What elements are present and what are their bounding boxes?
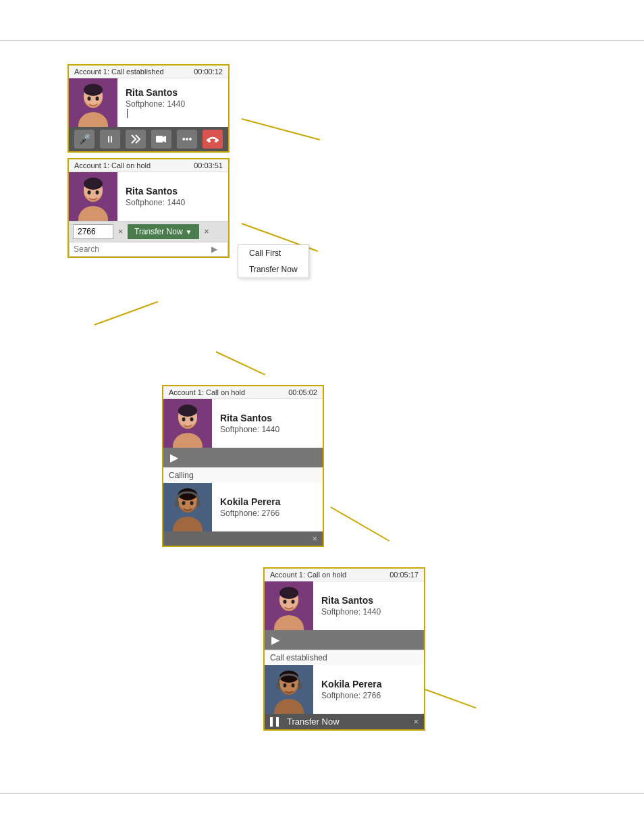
video-button[interactable] [151, 130, 171, 149]
play-icon-4[interactable]: ▶ [271, 633, 279, 646]
transfer-now-option[interactable]: Transfer Now [238, 261, 308, 278]
contact-row-kokila-3: Kokila Perera Softphone: 2766 [163, 483, 323, 531]
pause-bar-right [276, 717, 279, 727]
annotation-arrow-3 [95, 301, 159, 325]
card-header-1: Account 1: Call established 00:00:12 [69, 66, 228, 78]
close-bar-3: × [163, 531, 323, 546]
svg-rect-4 [84, 84, 103, 96]
pause-bar-left [270, 717, 273, 727]
bottom-divider [0, 793, 644, 793]
call-card-4: Account 1: Call on hold 00:05:17 Rita Sa… [263, 567, 425, 731]
svg-rect-22 [178, 405, 197, 417]
avatar-rita-1 [69, 78, 117, 127]
transfer-button[interactable] [126, 130, 146, 149]
transfer-number-input[interactable] [73, 224, 113, 239]
contact-info-2: Rita Santos Softphone: 1440 [117, 172, 193, 221]
pause-button-4[interactable] [270, 717, 279, 727]
contact-info-4: Rita Santos Softphone: 1440 [313, 581, 389, 630]
svg-rect-32 [175, 500, 179, 507]
svg-point-9 [208, 140, 211, 142]
call-first-option[interactable]: Call First [238, 245, 308, 261]
mic-button[interactable]: 🎤 [74, 130, 95, 149]
svg-rect-48 [276, 683, 280, 689]
search-input[interactable] [74, 244, 209, 254]
contact-info-1: Rita Santos Softphone: 1440 [117, 78, 193, 127]
transfer-clear-icon[interactable]: × [116, 227, 125, 236]
avatar-rita-2 [69, 172, 117, 221]
transfer-now-label-4[interactable]: Transfer Now [287, 716, 408, 727]
svg-point-30 [182, 501, 186, 505]
action-bar-1: 🎤 ⏸ ••• [69, 127, 228, 151]
section1-card: Account 1: Call established 00:00:12 Rit [68, 64, 230, 258]
contact-number-2: Softphone: 1440 [126, 198, 185, 207]
hold-button[interactable]: ⏸ [100, 130, 120, 149]
contact-name-1: Rita Santos [126, 87, 185, 98]
contact-row-4: Rita Santos Softphone: 1440 [265, 581, 424, 630]
annotation-arrow-6 [425, 689, 477, 708]
card-header-4: Account 1: Call on hold 00:05:17 [265, 569, 424, 581]
transfer-bar: × Transfer Now ▼ × [69, 221, 228, 242]
svg-rect-38 [279, 587, 298, 599]
contact-info-kokila-4: Kokila Perera Softphone: 2766 [313, 665, 390, 714]
account-status-1: Account 1: Call established [74, 68, 164, 76]
contact-row-2: Rita Santos Softphone: 1440 [69, 172, 228, 221]
avatar-rita-3 [163, 399, 212, 448]
play-icon[interactable]: ▶ [170, 451, 178, 464]
section2-wrapper: Account 1: Call on hold 00:03:51 [68, 158, 230, 258]
account-status-2: Account 1: Call on hold [74, 161, 151, 170]
play-bar-4: ▶ [265, 630, 424, 650]
svg-rect-15 [84, 178, 103, 190]
close-icon-3[interactable]: × [312, 533, 317, 544]
avatar-kokila-4 [265, 665, 313, 714]
svg-rect-49 [298, 683, 302, 689]
svg-point-6 [96, 97, 99, 101]
svg-marker-8 [163, 136, 166, 142]
contact-name-2: Rita Santos [126, 186, 185, 197]
search-bar: ▶ [69, 242, 228, 257]
transfer-dropdown-menu: Call First Transfer Now [238, 244, 309, 278]
cursor-bar [127, 109, 128, 118]
card-header-3: Account 1: Call on hold 00:05:02 [163, 386, 323, 399]
close-icon-4[interactable]: × [413, 716, 419, 727]
transfer-now-button[interactable]: Transfer Now ▼ [128, 224, 198, 239]
svg-point-17 [96, 190, 99, 194]
contact-number-kokila-4: Softphone: 2766 [321, 691, 382, 700]
account-status-4: Account 1: Call on hold [270, 571, 346, 579]
transfer-close-icon[interactable]: × [205, 227, 209, 236]
card-header-2: Account 1: Call on hold 00:03:51 [69, 159, 228, 172]
contact-row-1: Rita Santos Softphone: 1440 [69, 78, 228, 127]
svg-point-24 [190, 417, 194, 421]
svg-rect-33 [196, 500, 200, 507]
svg-point-23 [182, 417, 186, 421]
section3-card: Account 1: Call on hold 00:05:02 Rita Sa… [162, 385, 324, 547]
contact-name-4: Rita Santos [321, 595, 381, 606]
svg-point-5 [88, 97, 91, 101]
contact-number-kokila-3: Softphone: 2766 [220, 509, 281, 518]
annotation-arrow-1 [242, 118, 320, 140]
svg-point-47 [292, 683, 295, 687]
chevron-down-icon: ▼ [186, 228, 192, 236]
call-timer-4: 00:05:17 [390, 571, 419, 579]
contact-name-3: Rita Santos [220, 413, 279, 423]
contact-info-kokila-3: Kokila Perera Softphone: 2766 [212, 483, 289, 531]
avatar-kokila-3 [163, 483, 212, 531]
bottom-action-bar-4: Transfer Now × [265, 714, 424, 729]
call-established-label: Call established [265, 650, 424, 665]
svg-point-39 [284, 600, 287, 604]
transfer-now-label: Transfer Now [134, 227, 183, 236]
end-call-button[interactable] [203, 130, 223, 149]
svg-point-16 [88, 190, 91, 194]
svg-point-46 [284, 683, 287, 687]
contact-row-3: Rita Santos Softphone: 1440 [163, 399, 323, 448]
contact-name-kokila-3: Kokila Perera [220, 496, 281, 507]
call-timer-3: 00:05:02 [288, 388, 317, 396]
more-button[interactable]: ••• [177, 130, 197, 149]
call-timer-2: 00:03:51 [194, 161, 223, 170]
annotation-arrow-4 [216, 351, 265, 375]
search-arrow-icon: ▶ [211, 244, 217, 254]
call-card-1: Account 1: Call established 00:00:12 Rit [68, 64, 230, 153]
account-status-3: Account 1: Call on hold [169, 388, 245, 396]
calling-label: Calling [163, 467, 323, 483]
contact-row-kokila-4: Kokila Perera Softphone: 2766 [265, 665, 424, 714]
contact-number-3: Softphone: 1440 [220, 425, 279, 434]
